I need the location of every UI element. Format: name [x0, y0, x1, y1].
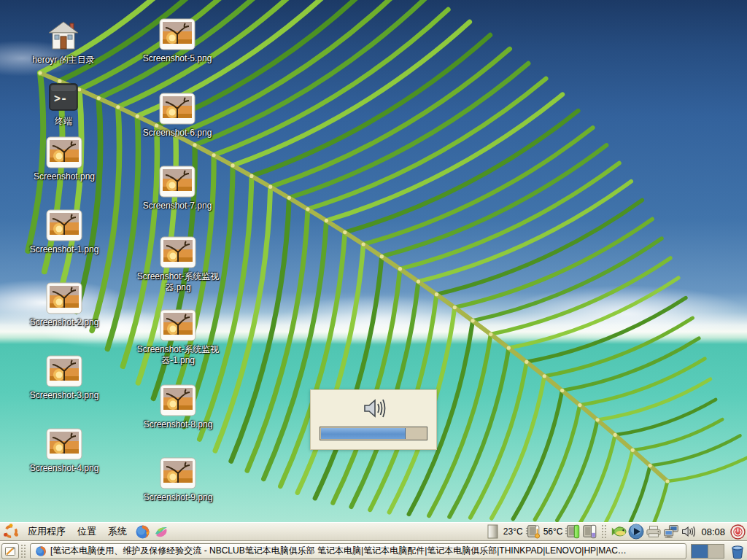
speaker-icon	[359, 397, 388, 423]
cpu-temp-label: 23°C	[503, 526, 524, 537]
desktop: heroyr 的主目录 >- 终端 Screenshot.png Screens…	[0, 0, 747, 560]
taskbar-window-title: [笔记本电脑使用、维护及保修经验交流 - NBCLUB笔记本电脑俱乐部 笔记本电…	[50, 545, 627, 557]
desktop-icon-screenshot-7[interactable]: Screenshot-7.png	[130, 165, 225, 211]
taskbar-drag-handle[interactable]	[20, 544, 27, 559]
menu-system[interactable]: 系统	[102, 523, 133, 540]
screenshot-thumbnail-icon	[160, 457, 196, 489]
firefox-launcher-icon[interactable]	[133, 523, 151, 540]
screenshot-thumbnail-icon	[46, 282, 82, 314]
desktop-icon-screenshot-2[interactable]: Screenshot-2.png	[17, 281, 112, 328]
desktop-icon-screenshot-8[interactable]: Screenshot-8.png	[131, 384, 225, 430]
trash-icon[interactable]	[729, 543, 746, 559]
home-icon	[47, 20, 80, 51]
workspace-2[interactable]	[708, 545, 724, 558]
volume-osd	[310, 389, 437, 450]
gnome-task-panel: [笔记本电脑使用、维护及保修经验交流 - NBCLUB笔记本电脑俱乐部 笔记本电…	[0, 541, 747, 560]
screenshot-thumbnail-icon	[159, 166, 196, 198]
chip-thermometer-icon[interactable]	[525, 524, 541, 540]
desktop-icon-label: Screenshot.png	[34, 171, 95, 182]
screenshot-thumbnail-icon	[46, 428, 82, 460]
gnome-menu-panel: 应用程序 位置 系统	[0, 522, 747, 541]
desktop-icon-label: Screenshot-4.png	[30, 463, 99, 474]
desktop-icon-screenshot-3[interactable]: Screenshot-3.png	[17, 354, 112, 401]
menu-applications[interactable]: 应用程序	[22, 523, 71, 540]
desktop-icon-screenshot[interactable]: Screenshot.png	[17, 136, 112, 182]
desktop-icon-label: Screenshot-系统监视器.png	[132, 271, 224, 293]
workspace-1[interactable]	[692, 545, 708, 558]
desktop-icon-label: Screenshot-8.png	[144, 419, 213, 430]
distro-logo-icon[interactable]	[1, 523, 20, 540]
screenshot-thumbnail-icon	[46, 136, 82, 168]
desktop-icon-label: Screenshot-7.png	[143, 201, 212, 211]
network-monitor-icon[interactable]	[663, 524, 679, 540]
screenshot-thumbnail-icon	[159, 93, 196, 125]
workspace-switcher	[691, 544, 724, 559]
desktop-icon-label: Screenshot-3.png	[30, 390, 99, 401]
volume-tray-icon[interactable]	[681, 524, 697, 540]
svg-text:>-: >-	[54, 92, 67, 105]
printer-icon[interactable]	[646, 524, 662, 540]
desktop-icon-label: 终端	[55, 116, 72, 127]
screenshot-thumbnail-icon	[160, 236, 196, 268]
chip-meter-icon[interactable]	[582, 524, 598, 540]
menu-places[interactable]: 位置	[71, 523, 102, 540]
screenshot-thumbnail-icon	[159, 18, 196, 50]
volume-progress-fill	[321, 428, 406, 439]
tray-drag-handle[interactable]	[601, 524, 608, 539]
desktop-icon-label: Screenshot-1.png	[30, 244, 99, 255]
media-play-icon[interactable]	[628, 524, 644, 540]
chip-greenbar-icon[interactable]	[565, 524, 581, 540]
desktop-icon-label: Screenshot-6.png	[143, 128, 212, 139]
desktop-icon-label: Screenshot-2.png	[30, 317, 99, 328]
desktop-icon-screenshot-9[interactable]: Screenshot-9.png	[131, 456, 225, 503]
desktop-icon-label: Screenshot-系统监视器-1.png	[132, 344, 224, 366]
desktop-icon-label: Screenshot-9.png	[144, 492, 213, 503]
desktop-icon-screenshot-sysmon[interactable]: Screenshot-系统监视器.png	[131, 236, 225, 293]
firefox-window-icon	[35, 545, 47, 557]
desktop-icon-label: Screenshot-5.png	[143, 53, 212, 64]
desktop-icon-screenshot-1[interactable]: Screenshot-1.png	[17, 209, 112, 255]
fish-applet-icon[interactable]	[611, 524, 627, 540]
app-launcher-icon[interactable]	[152, 523, 170, 540]
taskbar-window-button[interactable]: [笔记本电脑使用、维护及保修经验交流 - NBCLUB笔记本电脑俱乐部 笔记本电…	[30, 543, 686, 559]
desktop-icon-screenshot-4[interactable]: Screenshot-4.png	[17, 427, 112, 474]
gpu-temp-label: 56°C	[543, 526, 564, 537]
volume-progressbar	[320, 427, 427, 440]
desktop-icon-terminal[interactable]: >- 终端	[16, 80, 111, 127]
screenshot-thumbnail-icon	[46, 355, 82, 387]
desktop-icon-screenshot-5[interactable]: Screenshot-5.png	[130, 18, 225, 64]
system-tray: 23°C 56°C	[485, 524, 746, 540]
screenshot-thumbnail-icon	[160, 309, 196, 341]
desktop-icon-screenshot-sysmon-1[interactable]: Screenshot-系统监视器-1.png	[131, 308, 225, 366]
desktop-icon-home-folder[interactable]: heroyr 的主目录	[16, 19, 111, 66]
screenshot-thumbnail-icon	[46, 209, 82, 241]
terminal-icon: >-	[48, 82, 79, 112]
show-desktop-button[interactable]	[1, 543, 19, 559]
clock-label[interactable]: 08:08	[698, 526, 728, 537]
power-button-icon[interactable]	[729, 524, 746, 540]
screenshot-thumbnail-icon	[160, 384, 196, 416]
desktop-icon-screenshot-6[interactable]: Screenshot-6.png	[130, 92, 225, 139]
desktop-icon-label: heroyr 的主目录	[32, 55, 94, 66]
sensor-gauge-icon[interactable]	[485, 524, 501, 540]
